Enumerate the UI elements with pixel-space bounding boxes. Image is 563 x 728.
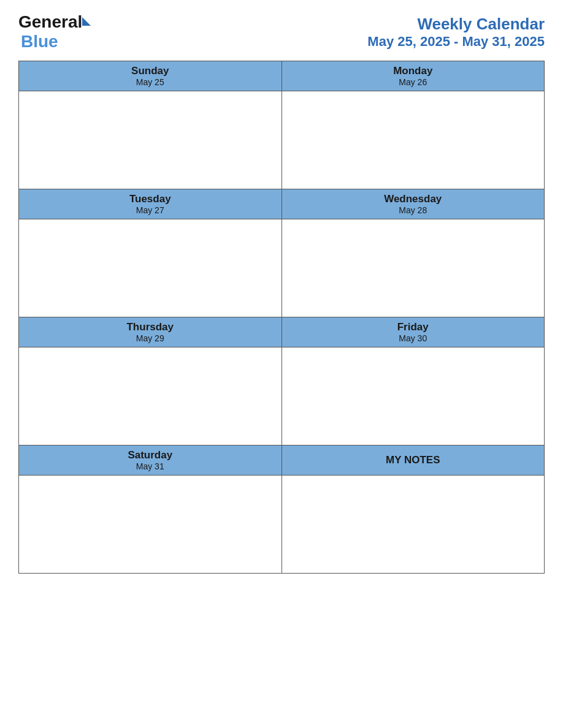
calendar-title: Weekly Calendar May 25, 2025 - May 31, 2… bbox=[367, 15, 545, 50]
calendar-title-line2: May 25, 2025 - May 31, 2025 bbox=[367, 34, 545, 50]
wednesday-header: Wednesday May 28 bbox=[282, 189, 545, 219]
calendar-title-line1: Weekly Calendar bbox=[367, 15, 545, 34]
wednesday-content[interactable] bbox=[282, 219, 545, 317]
logo-blue-text: Blue bbox=[21, 32, 58, 51]
thursday-name: Thursday bbox=[21, 321, 279, 333]
notes-label: MY NOTES bbox=[285, 454, 542, 466]
friday-date: May 30 bbox=[285, 333, 542, 343]
logo-general-text: General bbox=[18, 12, 82, 32]
row-sun-mon-content bbox=[19, 91, 545, 189]
thursday-content[interactable] bbox=[19, 347, 282, 446]
friday-content[interactable] bbox=[282, 347, 545, 446]
monday-header: Monday May 26 bbox=[282, 61, 545, 91]
thursday-header: Thursday May 29 bbox=[19, 317, 282, 347]
logo-triangle-icon bbox=[82, 17, 91, 26]
row-tue-wed-content bbox=[19, 219, 545, 317]
logo: General Blue bbox=[18, 12, 91, 51]
sunday-name: Sunday bbox=[21, 65, 279, 77]
saturday-name: Saturday bbox=[21, 449, 279, 461]
monday-name: Monday bbox=[285, 65, 542, 77]
notes-header: MY NOTES bbox=[282, 446, 545, 476]
saturday-content[interactable] bbox=[19, 476, 282, 574]
row-tue-wed-header: Tuesday May 27 Wednesday May 28 bbox=[19, 189, 545, 219]
tuesday-name: Tuesday bbox=[21, 193, 279, 205]
row-thu-fri-content bbox=[19, 347, 545, 446]
tuesday-date: May 27 bbox=[21, 205, 279, 215]
tuesday-content[interactable] bbox=[19, 219, 282, 317]
row-sat-notes-header: Saturday May 31 MY NOTES bbox=[19, 446, 545, 476]
sunday-content[interactable] bbox=[19, 91, 282, 189]
tuesday-header: Tuesday May 27 bbox=[19, 189, 282, 219]
wednesday-date: May 28 bbox=[285, 205, 542, 215]
saturday-date: May 31 bbox=[21, 461, 279, 471]
notes-content[interactable] bbox=[282, 476, 545, 574]
wednesday-name: Wednesday bbox=[285, 193, 542, 205]
row-sat-notes-content bbox=[19, 476, 545, 574]
thursday-date: May 29 bbox=[21, 333, 279, 343]
sunday-header: Sunday May 25 bbox=[19, 61, 282, 91]
calendar-table: Sunday May 25 Monday May 26 Tuesday May … bbox=[18, 61, 545, 574]
friday-header: Friday May 30 bbox=[282, 317, 545, 347]
row-sun-mon-header: Sunday May 25 Monday May 26 bbox=[19, 61, 545, 91]
page-header: General Blue Weekly Calendar May 25, 202… bbox=[18, 12, 545, 51]
friday-name: Friday bbox=[285, 321, 542, 333]
monday-content[interactable] bbox=[282, 91, 545, 189]
row-thu-fri-header: Thursday May 29 Friday May 30 bbox=[19, 317, 545, 347]
monday-date: May 26 bbox=[285, 77, 542, 87]
sunday-date: May 25 bbox=[21, 77, 279, 87]
saturday-header: Saturday May 31 bbox=[19, 446, 282, 476]
